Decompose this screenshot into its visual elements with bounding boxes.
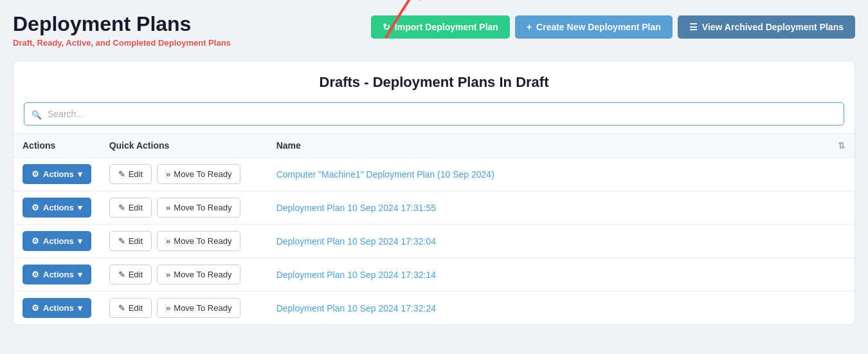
- deployment-plan-link[interactable]: Deployment Plan 10 Sep 2024 17:32:24: [276, 303, 436, 313]
- caret-down-icon: [78, 303, 82, 313]
- move-label: Move To Ready: [174, 203, 231, 212]
- header-buttons: Import Deployment Plan Create New Deploy…: [371, 15, 855, 39]
- edit-label: Edit: [129, 169, 143, 179]
- subtitle-highlight: Completed: [113, 38, 156, 48]
- edit-button[interactable]: Edit: [109, 198, 152, 218]
- caret-down-icon: [78, 270, 82, 279]
- page-title-block: Deployment Plans Draft, Ready, Active, a…: [13, 13, 231, 48]
- plus-icon: [527, 22, 532, 32]
- move-to-ready-button[interactable]: Move To Ready: [157, 265, 240, 284]
- gear-icon: [32, 303, 39, 313]
- page-header: Deployment Plans Draft, Ready, Active, a…: [13, 13, 855, 48]
- name-cell: Deployment Plan 10 Sep 2024 17:32:14: [267, 258, 829, 292]
- actions-button[interactable]: Actions: [23, 298, 91, 318]
- name-cell: Deployment Plan 10 Sep 2024 17:31:55: [267, 191, 829, 225]
- actions-cell: Actions: [14, 258, 100, 292]
- create-new-deployment-plan-button[interactable]: Create New Deployment Plan: [515, 15, 673, 39]
- actions-button[interactable]: Actions: [23, 164, 91, 184]
- edit-label: Edit: [129, 270, 143, 279]
- chevrons-right-icon: [166, 203, 170, 212]
- table-row: Actions Edit Move To Ready Deplo: [14, 225, 854, 258]
- subtitle-prefix: Draft, Ready, Active, and: [13, 38, 113, 48]
- search-input-wrapper: [24, 102, 844, 126]
- edit-icon: [118, 270, 125, 279]
- edit-label: Edit: [129, 203, 143, 212]
- search-bar: [14, 97, 854, 133]
- quick-actions-cell: Edit Move To Ready: [100, 292, 267, 325]
- quick-actions-cell: Edit Move To Ready: [100, 158, 267, 191]
- sort-icon[interactable]: [838, 140, 845, 151]
- move-to-ready-button[interactable]: Move To Ready: [157, 298, 240, 318]
- name-cell: Deployment Plan 10 Sep 2024 17:32:24: [267, 292, 829, 325]
- sort-cell: [829, 158, 854, 191]
- actions-button[interactable]: Actions: [23, 231, 91, 251]
- deployment-plan-link[interactable]: Deployment Plan 10 Sep 2024 17:32:14: [276, 270, 436, 280]
- page-title: Deployment Plans: [13, 13, 231, 35]
- table-row: Actions Edit Move To Ready Deplo: [14, 292, 854, 325]
- edit-icon: [118, 236, 125, 246]
- section-title: Drafts - Deployment Plans In Draft: [14, 61, 854, 97]
- col-header-sort: [829, 134, 854, 158]
- name-cell: Computer "Machine1" Deployment Plan (10 …: [267, 158, 829, 191]
- actions-cell: Actions: [14, 158, 100, 191]
- search-input[interactable]: [24, 102, 844, 126]
- deployment-plan-link[interactable]: Computer "Machine1" Deployment Plan (10 …: [276, 169, 494, 180]
- import-icon: [383, 22, 390, 32]
- caret-down-icon: [78, 236, 82, 246]
- actions-cell: Actions: [14, 292, 100, 325]
- import-deployment-plan-button[interactable]: Import Deployment Plan: [371, 15, 510, 39]
- actions-label: Actions: [43, 270, 74, 279]
- move-to-ready-button[interactable]: Move To Ready: [157, 164, 240, 184]
- move-label: Move To Ready: [174, 270, 231, 279]
- gear-icon: [32, 203, 39, 212]
- col-header-actions: Actions: [14, 134, 100, 158]
- deployment-plan-link[interactable]: Deployment Plan 10 Sep 2024 17:32:04: [276, 236, 436, 247]
- move-label: Move To Ready: [174, 169, 231, 179]
- caret-down-icon: [78, 169, 82, 179]
- deployment-plans-table: Actions Quick Actions Name Actions: [14, 133, 854, 324]
- actions-label: Actions: [43, 303, 74, 313]
- sort-cell: [829, 258, 854, 292]
- edit-button[interactable]: Edit: [109, 164, 152, 184]
- move-to-ready-button[interactable]: Move To Ready: [157, 231, 240, 251]
- sort-cell: [829, 225, 854, 258]
- actions-cell: Actions: [14, 225, 100, 258]
- caret-down-icon: [78, 203, 82, 212]
- col-header-name: Name: [267, 134, 829, 158]
- table-body: Actions Edit Move To Ready Compu: [14, 158, 854, 325]
- gear-icon: [32, 270, 39, 279]
- quick-actions-cell: Edit Move To Ready: [100, 258, 267, 292]
- deployment-plan-link[interactable]: Deployment Plan 10 Sep 2024 17:31:55: [276, 203, 436, 213]
- table-row: Actions Edit Move To Ready Deplo: [14, 258, 854, 292]
- import-btn-label: Import Deployment Plan: [395, 22, 498, 32]
- subtitle-suffix: Deployment Plans: [156, 38, 231, 48]
- edit-icon: [118, 303, 125, 313]
- move-to-ready-button[interactable]: Move To Ready: [157, 198, 240, 218]
- table-row: Actions Edit Move To Ready Compu: [14, 158, 854, 191]
- chevrons-right-icon: [166, 270, 170, 279]
- edit-icon: [118, 169, 125, 179]
- edit-button[interactable]: Edit: [109, 231, 152, 251]
- actions-label: Actions: [43, 203, 74, 212]
- page-subtitle: Draft, Ready, Active, and Completed Depl…: [13, 38, 231, 48]
- chevrons-right-icon: [166, 303, 170, 313]
- edit-label: Edit: [129, 236, 143, 246]
- actions-button[interactable]: Actions: [23, 265, 91, 284]
- archive-btn-label: View Archived Deployment Plans: [702, 22, 844, 32]
- gear-icon: [32, 169, 39, 179]
- edit-label: Edit: [129, 303, 143, 313]
- edit-button[interactable]: Edit: [109, 265, 152, 284]
- name-cell: Deployment Plan 10 Sep 2024 17:32:04: [267, 225, 829, 258]
- view-archived-deployment-plans-button[interactable]: View Archived Deployment Plans: [678, 15, 855, 39]
- search-icon: [32, 109, 42, 120]
- actions-button[interactable]: Actions: [23, 198, 91, 218]
- main-card: Drafts - Deployment Plans In Draft Actio…: [13, 61, 855, 325]
- chevrons-right-icon: [166, 236, 170, 246]
- sort-cell: [829, 292, 854, 325]
- gear-icon: [32, 236, 39, 246]
- create-btn-label: Create New Deployment Plan: [536, 22, 661, 32]
- archive-icon: [689, 22, 698, 32]
- edit-button[interactable]: Edit: [109, 298, 152, 318]
- sort-cell: [829, 191, 854, 225]
- actions-label: Actions: [43, 236, 74, 246]
